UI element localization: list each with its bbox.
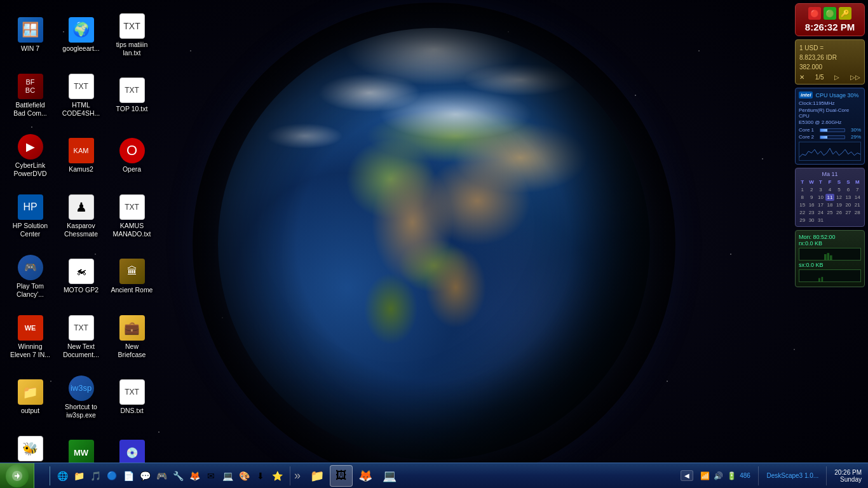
cpu-core2-fill [820, 136, 827, 139]
taskbar-icon-game[interactable]: 🎮 [154, 468, 169, 484]
clock-icon-green[interactable]: 🟢 [824, 7, 836, 20]
widget-cpu: intel CPU Usage 30% Clock:1195MHz Pentiu… [795, 88, 865, 165]
icon-cyberlink[interactable]: ▶ CyberLink PowerDVD [6, 127, 54, 184]
taskbar-app-active[interactable]: 🖼 [330, 465, 353, 487]
taskbar-app-firefox[interactable]: 🦊 [354, 465, 377, 487]
start-button[interactable] [0, 463, 34, 489]
taskbar-icon-chrome[interactable]: 🔵 [104, 468, 119, 484]
clock-icon-key[interactable]: 🔑 [839, 7, 851, 20]
taskbar-clock[interactable]: 20:26 PM Sunday [831, 469, 865, 483]
cal-day-12: 12 [835, 194, 843, 201]
icon-opera-label: Opera [123, 165, 141, 173]
cal-header: Ma 11 [798, 171, 862, 177]
cal-day-15: 15 [798, 201, 806, 208]
currency-nav-next2[interactable]: ▷▷ [850, 74, 860, 81]
tray-icon-network[interactable]: 📶 [699, 470, 710, 482]
cpu-clock: Clock:1195MHz [799, 100, 861, 106]
network-label: Mon: 80:52:00 [799, 234, 861, 240]
currency-nav-next1[interactable]: ▷ [834, 74, 839, 81]
currency-nav-prev[interactable]: ✕ [799, 74, 804, 81]
icon-opera-img: O [119, 138, 145, 163]
icon-hp[interactable]: HP HP Solution Center [6, 187, 54, 245]
clock-icon-red[interactable]: 🔴 [808, 7, 821, 20]
show-desktop-button[interactable] [37, 466, 50, 485]
icon-bf-label: Battlefield Bad Com... [9, 101, 51, 117]
taskbar-date: Sunday [840, 476, 862, 483]
icon-bf[interactable]: BFBC Battlefield Bad Com... [6, 67, 54, 124]
cal-day-empty4 [853, 217, 862, 224]
icon-dns[interactable]: TXT DNS.txt [108, 369, 156, 426]
taskbar-icon-folder[interactable]: 📁 [71, 468, 86, 484]
icon-win7[interactable]: 🪟 WIN 7 [6, 6, 54, 64]
cal-day-header-m: M [853, 179, 862, 186]
icon-win7-img: 🪟 [18, 17, 43, 43]
icon-briefcase[interactable]: 💼 New Briefcase [108, 308, 156, 365]
taskbar-icon-mail[interactable]: ✉ [203, 468, 219, 484]
cal-day-5: 5 [835, 186, 843, 193]
cal-day-header-t1: T [798, 179, 806, 186]
taskbar-icon-mediaplayer[interactable]: 🎵 [88, 468, 103, 484]
icon-kamus-manado-img: TXT [119, 194, 145, 220]
tray-icon-battery[interactable]: 🔋 [726, 470, 737, 482]
taskbar-icon-msg[interactable]: 💬 [137, 468, 153, 484]
icon-html-label: HTML CODE4SH... [60, 101, 102, 117]
icon-kamus-manado-label: KAMUS MANADO.txt [111, 222, 153, 238]
taskbar-icon-doc[interactable]: 📄 [121, 468, 136, 484]
taskbar-icon-ie[interactable]: 🌐 [55, 468, 70, 484]
icon-googleearth[interactable]: 🌍 googleeart... [57, 6, 105, 64]
icon-html[interactable]: TXT HTML CODE4SH... [57, 67, 105, 124]
icon-play-tc[interactable]: 🎮 Play Tom Clancy'... [6, 248, 54, 305]
widget-currency[interactable]: 1 USD = 8.823,26 IDR 382.000 ✕ 1/5 ▷ ▷▷ [795, 39, 865, 85]
icon-play-tc-img: 🎮 [18, 255, 43, 280]
icon-tips[interactable]: TXT tips matiiin lan.txt [108, 6, 156, 64]
icon-tips-img: TXT [119, 13, 145, 39]
currency-controls: ✕ 1/5 ▷ ▷▷ [799, 74, 860, 81]
icon-new-txt-img: TXT [69, 315, 94, 341]
cpu-core2-track [820, 135, 845, 139]
icon-top10[interactable]: TXT TOP 10.txt [108, 67, 156, 124]
icon-ancient-rome[interactable]: 🏛 Ancient Rome [108, 248, 156, 305]
cpu-model: E5300 @ 2.60GHz [799, 119, 861, 125]
icon-output-img: 📁 [18, 379, 43, 405]
icon-kamus-manado[interactable]: TXT KAMUS MANADO.txt [108, 187, 156, 245]
cal-day-9: 9 [807, 194, 815, 201]
taskbar-icon-tools[interactable]: 🔧 [170, 468, 186, 484]
taskbar-icon-paint[interactable]: 🎨 [236, 468, 252, 484]
cal-day-header-s2: S [844, 179, 852, 186]
widget-clock[interactable]: 🔴 🟢 🔑 8:26:32 PM [795, 3, 865, 36]
taskbar-icon-chat[interactable]: 💻 [220, 468, 235, 484]
icon-new-txt-label: New Text Document... [60, 342, 102, 358]
cal-day-28: 28 [853, 209, 862, 216]
cal-day-16: 16 [807, 201, 815, 208]
icon-kasparov[interactable]: ♟ Kasparov Chessmate [57, 187, 105, 245]
show-hidden-icons-btn[interactable]: ◀ [681, 470, 693, 481]
intel-badge: intel [799, 92, 813, 98]
icon-we[interactable]: WE Winning Eleven 7 IN... [6, 308, 54, 365]
cal-day-empty1 [825, 217, 834, 224]
icon-cyberlink-label: CyberLink PowerDVD [9, 161, 51, 177]
icon-opera[interactable]: O Opera [108, 127, 156, 184]
icon-kamus2-label: Kamus2 [69, 165, 93, 173]
network-rx: rx:0.0 KB [799, 240, 861, 247]
icon-briefcase-img: 💼 [119, 315, 145, 341]
icon-shortcut-iw3sp[interactable]: iw3sp Shortcut to iw3sp.exe [57, 369, 105, 426]
icon-kidgen-img: 💿 [119, 440, 145, 465]
tray-icon-486[interactable]: 486 [739, 470, 750, 482]
icon-new-txt[interactable]: TXT New Text Document... [57, 308, 105, 365]
taskbar-app-folder[interactable]: 📁 [306, 465, 329, 487]
icon-output[interactable]: 📁 output [6, 369, 54, 426]
icon-moto-gp2[interactable]: 🏍 MOTO GP2 [57, 248, 105, 305]
taskbar-icon-fire[interactable]: 🦊 [187, 468, 202, 484]
cpu-core1-percent: 30% [847, 127, 861, 133]
tray-icon-volume[interactable]: 🔊 [712, 470, 724, 482]
network-graph [799, 248, 861, 261]
cal-day-24: 24 [817, 209, 825, 216]
taskbar-expand-btn[interactable]: » [292, 469, 302, 482]
taskbar-app-unknown[interactable]: 💻 [378, 465, 401, 487]
taskbar-icon-star[interactable]: ⭐ [269, 468, 285, 484]
cal-grid: T W T F S S M 1 2 3 4 5 6 7 8 9 10 11 12… [798, 179, 862, 224]
start-orb [6, 464, 29, 487]
icon-kamus2[interactable]: KAM Kamus2 [57, 127, 105, 184]
taskbar-icon-dl[interactable]: ⬇ [253, 468, 268, 484]
cpu-core1-label: Core 1 [799, 127, 818, 133]
